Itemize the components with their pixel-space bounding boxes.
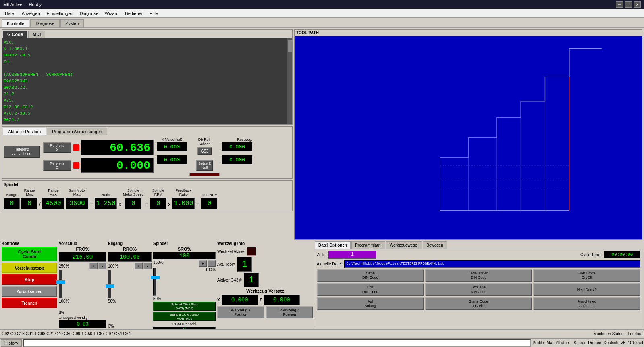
werkzeug-x-position-button[interactable]: Werkzeug XPosition — [217, 306, 264, 318]
fro-pct-bot: 0% — [59, 310, 106, 315]
tab-gcode[interactable]: G Code — [3, 31, 27, 38]
machinen-status-label: Machinen Status: — [594, 332, 625, 336]
fro-plus-button[interactable]: + — [89, 263, 98, 269]
sro-minus-button[interactable]: - — [208, 260, 216, 267]
btn-starte-code[interactable]: Starte Codeab Zeile: — [425, 297, 532, 310]
fro-minus-button[interactable]: - — [98, 263, 106, 269]
btn-soft-limits-label: Soft LimitsOn/Off — [578, 271, 595, 280]
history-input[interactable] — [23, 339, 531, 347]
btn-oeffne-din[interactable]: ÖffneDIN Code — [317, 269, 424, 282]
menu-anzeigen[interactable]: Anzeigen — [19, 10, 44, 17]
screen-value: Drehen_Deutsch_V5_1010.set — [588, 341, 643, 345]
menu-hilfe[interactable]: Hilfe — [146, 10, 161, 17]
vorschub-panel: Vorschub FRO% 215.00 250% + - 100% 0% :c… — [59, 241, 106, 328]
tab-zyklen[interactable]: Zyklen — [60, 19, 84, 27]
tab-datei-optionen[interactable]: Datei Optionen — [315, 241, 351, 249]
gcode-display[interactable]: X10. X-1.6F0.1 G0X82.Z0.5 Z4. (AUSSENDRE… — [2, 38, 292, 124]
sp-range-min-display: 0 — [21, 198, 37, 209]
tab-bewegen[interactable]: Bewegen — [423, 241, 447, 249]
menu-wizard[interactable]: Wizard — [102, 10, 122, 17]
vorschubstopp-button[interactable]: Vorschubstopp — [2, 263, 57, 273]
maximize-button[interactable]: □ — [625, 1, 632, 8]
gcode-scrollbar[interactable] — [287, 38, 292, 124]
sro-label: SRO% — [153, 247, 216, 251]
toolpath-panel: TOOL PATH — [294, 29, 642, 240]
tab-aktuelle-position[interactable]: Aktuelle Position — [3, 128, 46, 135]
sro-pct-top: 150% — [153, 260, 164, 267]
tab-diagnose[interactable]: Diagnose — [30, 19, 59, 27]
gcode-line-12: G0Z1.2 — [4, 117, 291, 123]
spindle-cw-label: Spindel CW / Stop(M03) (M05) — [171, 303, 197, 310]
sro-plus-button[interactable]: + — [199, 260, 207, 267]
ref-x-button[interactable]: ReferenzX — [43, 142, 71, 153]
btn-edit-din[interactable]: EditDIN Code — [317, 283, 424, 296]
sp-ratio-display: 1.250 — [95, 198, 117, 209]
sp-range-min-label: RangeMin. — [24, 188, 35, 197]
rro-minus-button[interactable]: - — [143, 263, 152, 269]
rro-slider-track[interactable] — [108, 270, 111, 298]
wz-z-label: Z — [260, 298, 262, 302]
btn-starte-code-label: Starte Codeab Zeile: — [469, 299, 488, 308]
wz-x-display: 0.000 — [222, 295, 258, 305]
close-button[interactable]: ✕ — [634, 1, 641, 8]
wz-x-label: X — [217, 298, 220, 302]
wz-z-pos-label: Werkzeug ZPosition — [280, 308, 299, 316]
werkzeug-z-position-button[interactable]: Werkzeug ZPosition — [266, 306, 313, 318]
stop-button[interactable]: Stop — [2, 274, 57, 285]
sro-slider-track[interactable] — [153, 268, 156, 296]
aktuelle-datei-display: C:\Mach4Hobby\GcodeFiles\TESTDREHPROGRAM… — [344, 260, 640, 268]
title-bar-controls: ─ □ ✕ — [616, 1, 641, 8]
rro-plus-button[interactable]: + — [135, 263, 143, 269]
trennen-button[interactable]: Trennen — [2, 298, 57, 308]
rro-display: 100.00 — [108, 252, 152, 262]
rro-label: RRO% — [108, 247, 152, 251]
btn-schliesse-din[interactable]: SchließeDIN Code — [425, 283, 532, 296]
spindle-ccw-stop-button[interactable]: Spindel CCW / Stop(M04) (M05) — [153, 312, 216, 321]
tab-werkzeugwege[interactable]: Werkzeugwege: — [386, 241, 422, 249]
gcode-scrollbar-thumb[interactable] — [288, 40, 292, 52]
btn-lade-letzten[interactable]: Lade letztenDIN Code — [425, 269, 532, 282]
gcode-line-1: X-1.6F0.1 — [4, 46, 291, 52]
rro-slider-thumb[interactable] — [106, 284, 114, 288]
sp-spin-motor-label: Spin MotorMax. — [69, 188, 86, 197]
gcode-line-11: X76.Z-38.5 — [4, 110, 291, 117]
tab-programm-abmessungen[interactable]: Programm Abmessungen — [47, 128, 107, 135]
history-button[interactable]: History — [1, 339, 22, 347]
fro-slider-thumb[interactable] — [56, 280, 65, 284]
menu-datei[interactable]: Datei — [2, 10, 19, 17]
spindle-ccw-label: Spindel CCW / Stop(M04) (M05) — [170, 313, 199, 320]
sp-x1: x — [118, 201, 121, 209]
g53-button[interactable]: G53 — [197, 147, 212, 155]
restweg-z-display: 0.000 — [222, 155, 252, 164]
setz-z-null-button[interactable]: Setze ZNull — [196, 160, 213, 171]
btn-help-docs[interactable]: Help Docs ? — [533, 283, 640, 296]
menu-diagnose[interactable]: Diagnose — [77, 10, 102, 17]
ref-z-button[interactable]: ReferenzZ — [43, 160, 71, 171]
cycle-start-button[interactable]: Cycle StartGcode — [2, 247, 57, 261]
btn-ansicht-neu[interactable]: Ansicht neuAufbauen — [533, 297, 640, 310]
kontrolle-title: Kontrolle — [2, 241, 57, 246]
btn-auf-anfang[interactable]: AufAnfang — [317, 297, 424, 310]
menu-einstellungen[interactable]: Einstellungen — [44, 10, 77, 17]
tab-kontrolle[interactable]: Kontrolle — [2, 19, 29, 27]
spindle-cw-stop-button[interactable]: Spindel CW / Stop(M03) (M05) — [153, 302, 216, 311]
sro-display: 100 — [153, 252, 216, 259]
fro-slider-track[interactable] — [59, 270, 62, 298]
gcode-tab-bar: G Code MDI — [2, 30, 292, 38]
tab-programmlauf[interactable]: Programmlauf: — [351, 241, 385, 249]
btn-soft-limits[interactable]: Soft LimitsOn/Off — [533, 269, 640, 282]
sp-spindle-rpm-label: SpindleRPM — [152, 188, 164, 197]
sro-slider-thumb[interactable] — [151, 276, 160, 279]
zeile-label: Zeile: — [317, 253, 326, 257]
x-verschleiss-label: X Verschleiß — [162, 138, 182, 142]
minimize-button[interactable]: ─ — [616, 1, 623, 8]
zuruecksetzen-button[interactable]: Zurücksetzen — [2, 286, 57, 297]
menu-bediener[interactable]: Bediener — [122, 10, 146, 17]
machinen-status-value: Leerlauf — [628, 332, 642, 336]
tab-mdi[interactable]: MDI — [28, 31, 45, 38]
wz-z-display: 0.000 — [264, 295, 300, 305]
spindel-label: Spindel — [4, 182, 291, 187]
ref-alle-achsen-button[interactable]: ReferenzAlle Achsen — [4, 146, 40, 158]
rro-pct-mid: 50% — [108, 299, 152, 303]
wechsel-aktive-label: Wechsel Aktive — [217, 249, 245, 254]
